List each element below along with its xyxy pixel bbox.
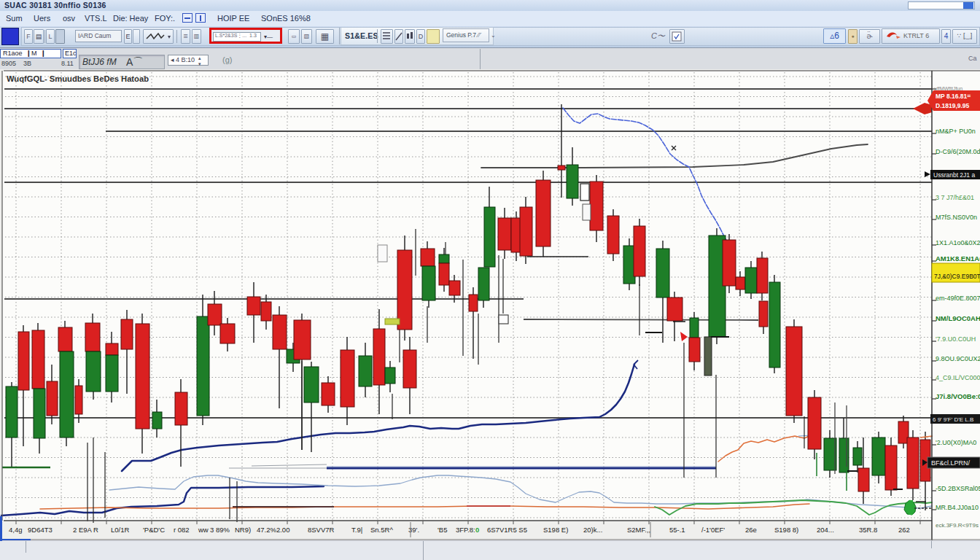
svg-text:262: 262 bbox=[898, 526, 910, 534]
svg-text:3 89%: 3 89% bbox=[210, 526, 230, 534]
svg-text:NR9): NR9) bbox=[235, 526, 251, 534]
svg-text:9.8OU.9C0UX2: 9.8OU.9C0UX2 bbox=[936, 355, 980, 362]
svg-text:/-1'0EF': /-1'0EF' bbox=[701, 526, 725, 534]
svg-text:NM/L9OC0AH: NM/L9OC0AH bbox=[936, 314, 980, 322]
svg-text:M7fS.NS0V0n: M7fS.NS0V0n bbox=[936, 214, 977, 221]
svg-text:MP 8.16.81=: MP 8.16.81= bbox=[936, 93, 971, 100]
svg-text:WuqfGQL- Smuudbes BeDes Hatoab: WuqfGQL- Smuudbes BeDes Hatoab bbox=[7, 74, 149, 83]
svg-text:8SVV7R: 8SVV7R bbox=[308, 526, 335, 534]
svg-text:39'.: 39'. bbox=[408, 526, 419, 534]
svg-text:'7.9.U0.C0UH: '7.9.U0.C0UH bbox=[936, 335, 976, 343]
svg-text:1X1.A1o0&0X2: 1X1.A1o0&0X2 bbox=[936, 239, 980, 246]
svg-text:'B5: 'B5 bbox=[438, 526, 447, 534]
svg-text:r 082: r 082 bbox=[174, 526, 190, 534]
svg-text:47.2%2.00: 47.2%2.00 bbox=[257, 526, 289, 534]
svg-text:6S7V1R5 S5: 6S7V1R5 S5 bbox=[487, 526, 527, 534]
svg-text:'P&D'C: 'P&D'C bbox=[143, 526, 165, 534]
svg-text:'2.U0(X0)MA0: '2.U0(X0)MA0 bbox=[936, 439, 976, 446]
svg-text:T.9|: T.9| bbox=[351, 526, 362, 534]
svg-text:26e: 26e bbox=[745, 526, 757, 534]
svg-text:55-.1: 55-.1 bbox=[669, 526, 685, 534]
svg-text:4_C9.IL/VC0000: 4_C9.IL/VC0000 bbox=[936, 374, 980, 381]
svg-text:BF&cl.LPRN/: BF&cl.LPRN/ bbox=[931, 459, 971, 467]
svg-text:MR.B4.JJ0a10: MR.B4.JJ0a10 bbox=[936, 504, 979, 511]
svg-text:S198 8): S198 8) bbox=[774, 526, 798, 534]
svg-text:7J,&0)C9.E9B0T: 7J,&0)C9.E9B0T bbox=[934, 273, 980, 280]
svg-text:D.1819,9.95: D.1819,9.95 bbox=[936, 102, 970, 109]
svg-text:em-49f0E.8007S: em-49f0E.8007S bbox=[936, 295, 980, 302]
svg-text:3 7 J7/h£&01: 3 7 J7/h£&01 bbox=[936, 194, 974, 201]
svg-text:uffMWfttJfun: uffMWfttJfun bbox=[934, 86, 962, 91]
svg-text:L0/1R: L0/1R bbox=[111, 526, 129, 534]
svg-text:35R.8: 35R.8 bbox=[859, 526, 877, 534]
svg-text:4,4g: 4,4g bbox=[9, 526, 23, 534]
svg-text:nM&P+ PU0n: nM&P+ PU0n bbox=[936, 128, 976, 135]
svg-text:ww: ww bbox=[198, 526, 209, 534]
svg-text:AM1K8.EN1A6: AM1K8.EN1A6 bbox=[936, 254, 980, 262]
svg-text:20)k...: 20)k... bbox=[583, 526, 602, 534]
svg-text:3FP.8:: 3FP.8: bbox=[456, 526, 475, 534]
svg-text:2 E9A R: 2 E9A R bbox=[73, 526, 98, 534]
svg-text:9D64T3: 9D64T3 bbox=[28, 526, 52, 534]
svg-text:Ussranbt 2J1 a: Ussranbt 2J1 a bbox=[933, 171, 975, 179]
svg-text:D-C9/6(20M.0d: D-C9/6(20M.0d bbox=[936, 148, 980, 155]
svg-text:J7i.8/VO0Be:0: J7i.8/VO0Be:0 bbox=[936, 392, 980, 400]
svg-text:204...: 204... bbox=[817, 526, 834, 534]
svg-text:6 9' 9'F' D'E L.B: 6 9' 9'F' D'E L.B bbox=[933, 416, 973, 423]
svg-text:-5D.2BXSRal05: -5D.2BXSRal05 bbox=[936, 485, 980, 492]
svg-text:S198 E): S198 E) bbox=[543, 526, 568, 534]
svg-text:eck.3F9.R<9T9s: eck.3F9.R<9T9s bbox=[936, 522, 979, 529]
svg-text:S2MF.,,: S2MF.,, bbox=[627, 526, 650, 534]
svg-text:0: 0 bbox=[475, 526, 479, 534]
svg-text:Sn.5R^: Sn.5R^ bbox=[370, 526, 393, 534]
